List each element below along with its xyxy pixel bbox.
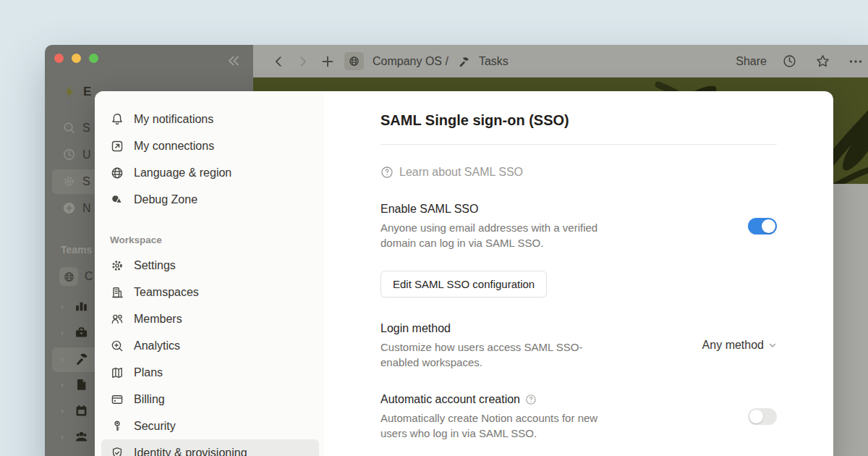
gear-icon <box>110 258 124 273</box>
login-method-dropdown[interactable]: Any method <box>702 339 777 352</box>
share-button[interactable]: Share <box>736 55 767 68</box>
settings-nav-members[interactable]: Members <box>101 305 319 332</box>
sidebar-page-people[interactable]: › <box>57 429 89 444</box>
learn-about-saml-link[interactable]: Learn about SAML SSO <box>380 165 777 180</box>
shield-check-icon <box>110 446 124 456</box>
nav-label: Identity & provisioning <box>134 447 247 456</box>
calendar-icon <box>74 403 89 418</box>
settings-nav-my-connections[interactable]: My connections <box>101 132 319 159</box>
chevron-right-icon[interactable]: › <box>57 353 67 364</box>
close-window-button[interactable] <box>54 54 64 63</box>
nav-label: My connections <box>134 140 214 153</box>
lightning-icon <box>62 85 77 99</box>
teamspace-chip <box>59 267 78 286</box>
building-icon <box>110 285 124 300</box>
settings-nav-language-region[interactable]: Language & region <box>101 159 319 186</box>
forward-icon[interactable] <box>295 54 311 69</box>
chevron-right-icon[interactable]: › <box>57 327 67 338</box>
edit-saml-configuration-button[interactable]: Edit SAML SSO configuration <box>380 271 547 297</box>
teamspaces-section-header: Teams <box>61 244 92 256</box>
desktop: E S U <box>0 0 868 456</box>
window-controls <box>54 54 98 63</box>
more-options-icon[interactable] <box>848 54 864 69</box>
nav-label: Teamspaces <box>134 286 199 299</box>
new-tab-icon[interactable] <box>320 54 336 69</box>
login-method-row: Login method Customize how users access … <box>380 321 777 370</box>
history-clock-icon[interactable] <box>781 54 797 69</box>
sidebar-page-tasks[interactable]: › <box>57 351 89 366</box>
settings-nav-my-notifications[interactable]: My notifications <box>101 106 319 132</box>
sidebar-item-new-page[interactable]: N <box>62 201 91 215</box>
settings-nav-teamspaces[interactable]: Teamspaces <box>101 279 319 305</box>
plus-circle-icon <box>62 201 76 215</box>
nav-label: Settings <box>134 259 176 272</box>
enable-saml-label: Enable SAML SSO <box>380 201 601 217</box>
settings-nav-plans[interactable]: Plans <box>101 359 319 386</box>
globe-icon <box>63 271 75 283</box>
enable-saml-toggle[interactable] <box>748 218 777 235</box>
globe-icon <box>110 166 124 180</box>
nav-label: Analytics <box>134 339 180 352</box>
back-icon[interactable] <box>271 54 286 69</box>
dropdown-selected-value: Any method <box>702 339 764 352</box>
settings-nav-analytics[interactable]: Analytics <box>101 332 319 359</box>
help-circle-icon[interactable] <box>525 394 537 405</box>
settings-nav-settings[interactable]: Settings <box>101 252 319 279</box>
auto-account-label: Automatic account creation <box>380 392 601 408</box>
toggle-knob <box>762 219 775 233</box>
settings-content: SAML Single sign-on (SSO) Learn about SA… <box>324 91 833 456</box>
sidebar-page-toolbox[interactable]: › <box>57 325 89 340</box>
settings-modal: My notifications My connections Language… <box>95 91 833 456</box>
auto-account-toggle[interactable] <box>748 408 777 425</box>
workspace-switcher[interactable]: E <box>62 85 91 99</box>
learn-link-label: Learn about SAML SSO <box>399 166 523 179</box>
sidebar-item-settings[interactable]: S <box>62 174 90 188</box>
toolbox-icon <box>74 325 89 340</box>
chevron-right-icon[interactable]: › <box>57 379 67 390</box>
settings-nav-identity-provisioning[interactable]: Identity & provisioning <box>101 439 319 456</box>
nav-label: Language & region <box>134 166 231 180</box>
search-icon <box>62 121 76 135</box>
settings-nav-security[interactable]: Security <box>101 413 319 439</box>
favorite-star-icon[interactable] <box>814 54 830 69</box>
sidebar-item-search[interactable]: S <box>62 121 90 135</box>
zoom-window-button[interactable] <box>89 54 98 63</box>
settings-nav-debug-zone[interactable]: Debug Zone <box>101 186 319 213</box>
settings-nav-billing[interactable]: Billing <box>101 386 319 413</box>
hammer-icon <box>456 54 472 69</box>
members-icon <box>110 312 124 326</box>
browser-toolbar: Company OS / Tasks Share <box>253 45 868 77</box>
globe-icon <box>348 55 360 67</box>
sidebar-label-truncated: C <box>85 270 93 283</box>
hammer-icon <box>74 351 89 366</box>
minimize-window-button[interactable] <box>72 54 81 63</box>
breadcrumb-page[interactable]: Tasks <box>479 55 509 68</box>
auto-account-description: Automatically create Notion accounts for… <box>380 410 601 441</box>
enable-saml-description: Anyone using email addresses with a veri… <box>380 220 601 250</box>
nav-label: Debug Zone <box>134 193 197 206</box>
sidebar-label-truncated: N <box>82 202 91 215</box>
key-icon <box>110 419 124 434</box>
breadcrumb-workspace-icon-chip[interactable] <box>344 52 364 70</box>
chevron-right-icon[interactable]: › <box>57 431 67 442</box>
page-icon <box>74 377 89 392</box>
nav-label: My notifications <box>134 113 213 126</box>
sidebar-item-updates[interactable]: U <box>62 148 91 161</box>
connections-icon <box>110 139 124 153</box>
bar-chart-icon <box>74 299 89 314</box>
sidebar-item-teamspace[interactable]: C <box>59 267 93 286</box>
credit-card-icon <box>110 392 124 407</box>
chevron-down-icon <box>768 341 777 350</box>
page-title: SAML Single sign-on (SSO) <box>380 110 777 130</box>
workspace-name-truncated: E <box>83 85 91 99</box>
sidebar-page-docs[interactable]: › <box>57 377 89 392</box>
sidebar-collapse-icon[interactable] <box>226 53 242 69</box>
sidebar-page-calendar[interactable]: › <box>57 403 89 418</box>
analytics-icon <box>110 339 124 353</box>
chevron-right-icon[interactable]: › <box>57 301 67 312</box>
people-icon <box>74 429 89 444</box>
breadcrumb-workspace[interactable]: Company OS / <box>373 55 448 68</box>
clock-icon <box>62 148 76 161</box>
chevron-right-icon[interactable]: › <box>57 405 67 416</box>
sidebar-page-analytics[interactable]: › <box>57 299 89 314</box>
